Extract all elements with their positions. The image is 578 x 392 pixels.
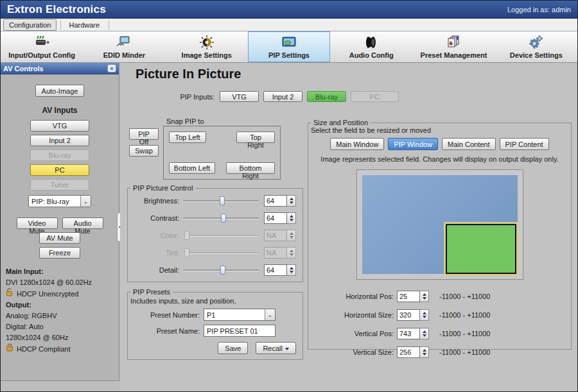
brightness-value[interactable]: 64: [264, 195, 287, 207]
pip-input-vtg-button[interactable]: VTG: [220, 91, 259, 102]
pip-input-bluray-button[interactable]: Blu-ray: [307, 91, 346, 102]
brightness-spinner[interactable]: [287, 195, 296, 207]
vertical-size-range: -11000 - +11000: [439, 348, 490, 356]
main-toolbar: Input/Output Config EDID Minder Image Se…: [1, 31, 577, 63]
main-window-button[interactable]: Main Window: [330, 138, 384, 150]
snap-pip-label: Snap PIP to: [166, 117, 204, 125]
pip-inputs-label: PIP Inputs:: [120, 93, 220, 101]
audio-mute-button[interactable]: Audio Mute: [62, 217, 103, 229]
tint-slider-thumb: [184, 248, 189, 257]
av-mute-button[interactable]: AV Mute: [39, 232, 80, 244]
input-button-vtg[interactable]: VTG: [30, 120, 89, 132]
horizontal-pos-range: -11000 - +11000: [439, 293, 490, 300]
output-digital: Digital: Auto: [6, 321, 119, 332]
chevron-down-icon: ⌄: [265, 309, 275, 320]
snap-bottom-left-button[interactable]: Bottom Left: [169, 162, 215, 174]
unlock-icon: [6, 288, 13, 300]
title-bar: Extron Electronics Logged in as: admin: [1, 1, 577, 19]
tint-slider: [183, 252, 259, 254]
color-value: NA: [264, 230, 287, 241]
brightness-label: Brightness:: [129, 197, 183, 205]
horizontal-size-range: -11000 - +11000: [439, 311, 490, 319]
input-button-bluray[interactable]: Blu-ray: [30, 149, 89, 161]
av-controls-header: AV Controls «: [1, 63, 119, 74]
toolbar-item-pip-settings[interactable]: PIP Settings: [248, 31, 330, 62]
detail-label: Detail:: [129, 266, 183, 274]
tint-value: NA: [264, 247, 287, 259]
contrast-value[interactable]: 64: [264, 212, 287, 224]
pip-source-value: PIP: Blu-ray: [29, 198, 69, 205]
vertical-pos-range: -11000 - +11000: [439, 330, 490, 337]
snap-top-right-button[interactable]: Top Right: [236, 132, 275, 143]
toolbar-item-device-settings[interactable]: Device Settings: [495, 31, 577, 62]
horizontal-pos-value[interactable]: 25: [397, 291, 420, 302]
detail-slider-thumb[interactable]: [220, 266, 225, 275]
save-preset-button[interactable]: Save: [218, 342, 248, 354]
toolbar-item-image-settings[interactable]: Image Settings: [166, 31, 248, 62]
preset-management-icon: [446, 35, 462, 50]
contrast-slider-thumb[interactable]: [221, 214, 226, 223]
contrast-label: Contrast:: [129, 214, 183, 222]
auto-image-button[interactable]: Auto-Image: [35, 85, 84, 97]
preset-number-value: P1: [204, 311, 215, 319]
pip-window-preview[interactable]: [446, 224, 516, 274]
tab-separator: [109, 21, 109, 30]
vertical-pos-spinner[interactable]: [420, 328, 429, 339]
contrast-spinner[interactable]: [287, 212, 296, 224]
output-preview-frame: [356, 169, 523, 280]
horizontal-pos-spinner[interactable]: [420, 291, 429, 302]
image-settings-icon: [198, 35, 215, 50]
toolbar-item-input-output-config[interactable]: Input/Output Config: [1, 31, 83, 62]
pip-input-input2-button[interactable]: Input 2: [263, 91, 302, 102]
vertical-size-spinner[interactable]: [420, 346, 429, 358]
input-output-config-icon: [33, 35, 50, 50]
pip-source-select[interactable]: PIP: Blu-ray ⌄: [28, 195, 91, 207]
brightness-slider-thumb[interactable]: [220, 196, 225, 205]
av-controls-title: AV Controls: [3, 65, 44, 72]
hdcp-input-status: HDCP Unencrypted: [17, 289, 78, 300]
detail-spinner[interactable]: [287, 264, 296, 276]
vertical-pos-label: Vertical Pos:: [308, 330, 397, 337]
input-button-pc[interactable]: PC: [30, 164, 89, 176]
pip-settings-page: Picture In Picture PIP Inputs: VTG Input…: [120, 63, 578, 392]
vertical-size-label: Vertical Size:: [308, 348, 397, 356]
vertical-size-value[interactable]: 256: [397, 346, 420, 358]
signal-status-block: Main Input: DVI 1280x1024 @ 60.02Hz HDCP…: [1, 266, 119, 355]
pip-picture-control-title: PIP Picture Control: [130, 184, 195, 192]
horizontal-size-value[interactable]: 320: [397, 309, 420, 321]
pip-settings-icon: [281, 35, 297, 50]
pip-off-button[interactable]: PIP Off: [129, 128, 159, 140]
recall-preset-button[interactable]: Recall: [256, 342, 296, 354]
pip-picture-control-group: PIP Picture Control Brightness: 64 Contr…: [127, 184, 303, 282]
pip-window-button[interactable]: PIP Window: [388, 138, 438, 150]
snap-top-left-button[interactable]: Top Left: [169, 132, 206, 143]
horizontal-size-spinner[interactable]: [420, 309, 429, 321]
tab-configuration[interactable]: Configuration: [3, 19, 57, 31]
toolbar-item-preset-management[interactable]: Preset Management: [412, 31, 495, 62]
av-inputs-heading: AV Inputs: [42, 106, 77, 115]
color-slider: [183, 235, 259, 237]
detail-value[interactable]: 64: [264, 264, 287, 276]
tab-separator: [60, 21, 61, 30]
main-content-button[interactable]: Main Content: [442, 138, 495, 150]
preset-name-input[interactable]: PIP PRESET 01: [204, 325, 276, 337]
chevron-down-icon: [285, 348, 289, 350]
freeze-button[interactable]: Freeze: [39, 247, 80, 259]
collapse-panel-button[interactable]: «: [107, 64, 116, 72]
input-button-tuner[interactable]: Tuner: [30, 179, 89, 191]
output-resolution: 1280x1024 @ 60Hz: [6, 332, 119, 343]
snap-bottom-right-button[interactable]: Bottom Right: [226, 162, 275, 174]
preset-number-select[interactable]: P1 ⌄: [204, 309, 276, 321]
video-mute-button[interactable]: Video Mute: [17, 217, 58, 229]
output-label: Output:: [6, 300, 119, 311]
pip-input-pc-button[interactable]: PC: [351, 91, 399, 102]
swap-button[interactable]: Swap: [129, 145, 159, 157]
input-button-input2[interactable]: Input 2: [30, 135, 89, 146]
toolbar-item-edid-minder[interactable]: EDID Minder: [83, 31, 165, 62]
tab-strip: Configuration Hardware: [1, 19, 577, 31]
toolbar-item-audio-config[interactable]: Audio Config: [330, 31, 412, 62]
vertical-pos-value[interactable]: 743: [397, 328, 420, 339]
pip-content-button[interactable]: PIP Content: [500, 138, 549, 150]
lock-icon: [6, 343, 13, 355]
tab-hardware[interactable]: Hardware: [64, 20, 105, 30]
